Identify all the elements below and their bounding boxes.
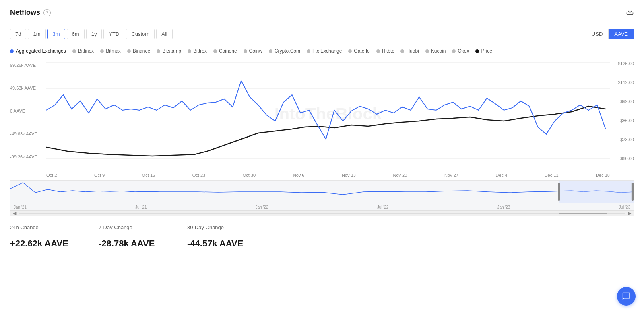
stat-30d-value: -44.57k AAVE	[187, 238, 264, 249]
legend-binance[interactable]: Binance	[127, 48, 150, 54]
mini-x-jul23: Jul '23	[619, 205, 630, 209]
mini-chart-svg	[10, 181, 634, 203]
watermark-text: IntoTheBlock	[275, 105, 382, 123]
mini-x-jan21: Jan '21	[14, 205, 27, 209]
legend-crypto-com[interactable]: Crypto.Com	[269, 48, 300, 54]
legend-dot-price	[475, 49, 479, 53]
time-btn-7d[interactable]: 7d	[10, 29, 26, 39]
time-btn-all[interactable]: All	[156, 29, 172, 39]
legend-bitstamp[interactable]: Bitstamp	[157, 48, 181, 54]
stats-row: 24h Change +22.62k AAVE 7-Day Change -28…	[0, 216, 644, 255]
legend-label-huobi: Huobi	[406, 48, 419, 54]
legend-label-coinw: Coinw	[249, 48, 262, 54]
x-label-dec18: Dec 18	[596, 173, 610, 178]
legend-dot-bitstamp	[157, 49, 160, 53]
legend-dot-crypto-com	[269, 49, 272, 53]
scroll-right-arrow[interactable]: ▶	[625, 211, 634, 216]
legend-label-binance: Binance	[133, 48, 150, 54]
chat-icon	[622, 292, 631, 301]
legend-dot-bittrex	[188, 49, 191, 53]
time-btn-ytd[interactable]: YTD	[103, 29, 124, 39]
legend-dot-hitbtc	[376, 49, 380, 53]
y-axis-right: $125.00 $112.00 $99.00 $86.00 $73.00 $60…	[610, 59, 634, 163]
legend-dot-okex	[452, 49, 456, 53]
x-axis: Oct 2 Oct 9 Oct 16 Oct 23 Oct 30 Nov 6 N…	[46, 171, 610, 179]
legend-label-gate: Gate.Io	[354, 48, 369, 54]
mini-handle-left[interactable]	[558, 183, 560, 201]
legend-gate[interactable]: Gate.Io	[348, 48, 369, 54]
x-label-nov27: Nov 27	[444, 173, 458, 178]
time-btn-3m[interactable]: 3m	[47, 29, 65, 39]
y-right-label-1: $125.00	[610, 61, 634, 66]
legend-coinone[interactable]: Coinone	[213, 48, 237, 54]
legend-bitfinex[interactable]: Bitfinex	[72, 48, 94, 54]
y-label-2: 49.63k AAVE	[10, 86, 46, 90]
time-btn-1m[interactable]: 1m	[28, 29, 45, 39]
legend-ftx[interactable]: Ftx Exchange	[307, 48, 342, 54]
stat-24h-label: 24h Change	[10, 224, 87, 230]
mini-netflow-line	[10, 183, 634, 195]
currency-aave[interactable]: AAVE	[609, 29, 634, 39]
mini-x-axis: Jan '21 Jul '21 Jan '22 Jul '22 Jan '23 …	[10, 204, 634, 210]
x-label-oct30: Oct 30	[243, 173, 256, 178]
currency-usd[interactable]: USD	[586, 29, 609, 39]
legend-dot-coinw	[244, 49, 247, 53]
y-right-label-2: $112.00	[610, 80, 634, 85]
header-left: Netflows ?	[10, 8, 51, 17]
legend-bitmax[interactable]: Bitmax	[100, 48, 121, 54]
filters-row: 7d 1m 3m 6m 1y YTD Custom All USD AAVE	[0, 23, 644, 45]
legend-label-bittrex: Bittrex	[193, 48, 207, 54]
legend-label-price: Price	[481, 48, 492, 54]
x-label-dec4: Dec 4	[495, 173, 507, 178]
time-btn-1y[interactable]: 1y	[86, 29, 102, 39]
legend-dot-bitmax	[100, 49, 104, 53]
legend-bittrex[interactable]: Bittrex	[188, 48, 207, 54]
mini-x-jul22: Jul '22	[377, 205, 389, 209]
scroll-left-arrow[interactable]: ◀	[10, 211, 19, 216]
scroll-thumb[interactable]	[559, 213, 607, 214]
legend-label-bitfinex: Bitfinex	[78, 48, 94, 54]
y-label-5: -99.26k AAVE	[10, 154, 46, 159]
chat-button[interactable]	[617, 287, 636, 306]
y-label-3: 0 AAVE	[10, 109, 46, 113]
y-label-1: 99.26k AAVE	[10, 63, 46, 68]
legend-aggregated[interactable]: Aggregated Exchanges	[10, 48, 66, 54]
x-label-oct9: Oct 9	[94, 173, 105, 178]
time-btn-6m[interactable]: 6m	[67, 29, 85, 39]
legend-price[interactable]: Price	[475, 48, 492, 54]
x-label-nov20: Nov 20	[393, 173, 407, 178]
scroll-bar[interactable]: ◀ ▶	[10, 210, 634, 216]
legend-label-aggregated: Aggregated Exchanges	[16, 48, 66, 54]
legend-kucoin[interactable]: Kucoin	[425, 48, 446, 54]
legend-huobi[interactable]: Huobi	[400, 48, 419, 54]
legend-dot-aggregated	[10, 49, 14, 53]
legend-label-crypto-com: Crypto.Com	[275, 48, 300, 54]
download-icon[interactable]	[626, 8, 634, 18]
legend-dot-binance	[127, 49, 131, 53]
scroll-track[interactable]	[19, 213, 625, 214]
stat-24h: 24h Change +22.62k AAVE	[10, 224, 99, 249]
header: Netflows ?	[0, 0, 644, 23]
legend-okex[interactable]: Okex	[452, 48, 469, 54]
legend-label-kucoin: Kucoin	[431, 48, 446, 54]
help-icon[interactable]: ?	[43, 9, 51, 16]
stat-30d-label: 30-Day Change	[187, 224, 264, 230]
legend-hitbtc[interactable]: Hitbtc	[376, 48, 394, 54]
y-right-label-4: $86.00	[610, 118, 634, 123]
mini-chart: Jan '21 Jul '21 Jan '22 Jul '22 Jan '23 …	[10, 180, 634, 216]
mini-selection-region	[559, 181, 634, 203]
x-label-nov6: Nov 6	[293, 173, 305, 178]
mini-handle-right[interactable]	[632, 183, 634, 201]
mini-x-jan23: Jan '23	[497, 205, 510, 209]
page-title: Netflows	[10, 8, 40, 17]
y-right-label-5: $73.00	[610, 137, 634, 142]
x-label-oct16: Oct 16	[142, 173, 155, 178]
legend-label-okex: Okex	[458, 48, 469, 54]
legend-dot-huobi	[400, 49, 404, 53]
time-btn-custom[interactable]: Custom	[126, 29, 155, 39]
legend-coinw[interactable]: Coinw	[244, 48, 262, 54]
legend-label-coinone: Coinone	[219, 48, 237, 54]
legend-dot-bitfinex	[72, 49, 76, 53]
x-label-nov13: Nov 13	[342, 173, 356, 178]
stat-7d: 7-Day Change -28.78k AAVE	[99, 224, 187, 249]
